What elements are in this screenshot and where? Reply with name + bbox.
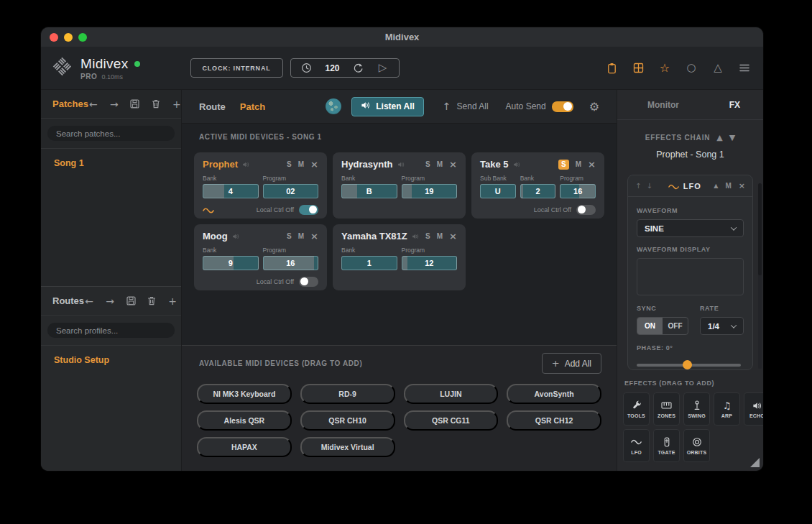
available-device-button[interactable]: Midivex Virtual bbox=[300, 437, 395, 457]
available-device-button[interactable]: HAPAX bbox=[197, 437, 292, 457]
available-device-button[interactable]: RD-9 bbox=[300, 384, 395, 404]
routes-add-icon[interactable]: + bbox=[167, 296, 177, 306]
tab-patch[interactable]: Patch bbox=[240, 101, 265, 112]
waveform-select[interactable]: SINE bbox=[637, 219, 744, 237]
sync-off-button[interactable]: OFF bbox=[663, 318, 688, 334]
resize-handle[interactable] bbox=[750, 458, 760, 467]
close-icon[interactable]: × bbox=[310, 160, 318, 169]
solo-button[interactable]: S bbox=[558, 160, 569, 170]
routes-forward-icon[interactable]: → bbox=[105, 296, 115, 306]
tempo-value[interactable]: 120 bbox=[326, 63, 340, 73]
close-icon[interactable]: × bbox=[310, 231, 318, 241]
collapse-icon[interactable]: ▲ bbox=[714, 183, 718, 189]
sidebar-item-route[interactable]: Studio Setup bbox=[41, 346, 181, 374]
field-value[interactable]: B bbox=[341, 184, 397, 198]
patches-forward-icon[interactable]: → bbox=[109, 99, 119, 109]
solo-button[interactable]: S bbox=[425, 233, 430, 240]
routes-delete-icon[interactable] bbox=[147, 296, 157, 306]
sidebar-item-patch[interactable]: Song 1 bbox=[41, 149, 181, 178]
field-value[interactable]: 16 bbox=[560, 184, 596, 198]
effect-tile-orbits[interactable]: ORBITS bbox=[683, 429, 710, 462]
available-device-button[interactable]: Alesis QSR bbox=[197, 410, 292, 431]
mute-button[interactable]: M bbox=[298, 233, 304, 240]
device-card[interactable]: ProphetSM×Bank4Program02Local Ctrl Off bbox=[194, 152, 327, 219]
move-down-icon[interactable]: ↓ bbox=[646, 182, 652, 190]
available-device-button[interactable]: AvonSynth bbox=[507, 384, 601, 404]
sync-on-button[interactable]: ON bbox=[637, 318, 663, 334]
effect-tile-echo[interactable]: ECHO bbox=[744, 392, 763, 426]
local-ctrl-toggle[interactable] bbox=[576, 205, 596, 215]
field-value[interactable]: 16 bbox=[263, 256, 319, 270]
solo-button[interactable]: S bbox=[425, 161, 430, 168]
gear-icon[interactable]: ⚙ bbox=[589, 100, 599, 114]
field-value[interactable]: 12 bbox=[402, 256, 458, 270]
circle-icon[interactable]: ○ bbox=[686, 63, 697, 74]
rate-select[interactable]: 1/4 bbox=[700, 317, 744, 335]
chain-up-icon[interactable]: ▲ bbox=[716, 134, 722, 142]
tab-route[interactable]: Route bbox=[199, 101, 226, 112]
routes-back-icon[interactable]: ← bbox=[84, 296, 94, 306]
clipboard-icon[interactable] bbox=[606, 63, 617, 74]
field-value[interactable]: 1 bbox=[341, 256, 397, 270]
available-device-button[interactable]: LUJIN bbox=[404, 384, 499, 404]
mute-button[interactable]: M bbox=[437, 233, 443, 240]
device-card[interactable]: Take 5SM×Sub BankUBank2Program16Local Ct… bbox=[471, 152, 604, 219]
effect-tile-zones[interactable]: ZONES bbox=[653, 392, 680, 426]
device-card[interactable]: Yamaha TX81ZSM×Bank1Program12 bbox=[333, 224, 466, 290]
warning-triangle-icon[interactable]: △ bbox=[712, 63, 724, 74]
patches-add-icon[interactable]: + bbox=[172, 99, 182, 109]
globe-icon[interactable] bbox=[326, 98, 341, 114]
send-all-button[interactable]: ↑ Send All bbox=[443, 101, 489, 112]
device-card[interactable]: HydrasynthSM×BankBProgram19 bbox=[333, 152, 466, 219]
lfo-close-icon[interactable]: × bbox=[739, 181, 745, 190]
grid-icon[interactable] bbox=[632, 63, 644, 74]
field-value[interactable]: 4 bbox=[203, 184, 259, 198]
phase-slider-knob[interactable] bbox=[683, 360, 692, 369]
patches-back-icon[interactable]: ← bbox=[88, 99, 98, 109]
phase-slider[interactable] bbox=[637, 360, 744, 369]
close-icon[interactable]: × bbox=[449, 231, 457, 241]
effect-tile-lfo[interactable]: LFO bbox=[623, 429, 650, 462]
mute-button[interactable]: M bbox=[576, 161, 581, 168]
patches-delete-icon[interactable] bbox=[151, 99, 161, 109]
effect-tile-tools[interactable]: TOOLS bbox=[623, 392, 650, 426]
tab-fx[interactable]: FX bbox=[729, 100, 740, 110]
mute-button[interactable]: M bbox=[298, 161, 304, 168]
field-value[interactable]: 19 bbox=[402, 184, 458, 198]
close-icon[interactable]: × bbox=[588, 160, 596, 169]
available-device-button[interactable]: QSR CG11 bbox=[404, 410, 499, 431]
routes-save-icon[interactable] bbox=[126, 296, 136, 306]
field-value[interactable]: 9 bbox=[203, 256, 259, 270]
field-value[interactable]: U bbox=[480, 184, 516, 198]
menu-icon[interactable] bbox=[739, 63, 750, 74]
effect-tile-arp[interactable]: ♫ARP bbox=[714, 392, 740, 426]
field-value[interactable]: 02 bbox=[263, 184, 319, 198]
field-value[interactable]: 2 bbox=[520, 184, 556, 198]
chain-down-icon[interactable]: ▼ bbox=[729, 134, 735, 142]
loop-icon[interactable] bbox=[353, 63, 364, 74]
routes-search-input[interactable] bbox=[47, 323, 175, 338]
tab-monitor[interactable]: Monitor bbox=[647, 100, 679, 110]
effect-tile-tgate[interactable]: TGATE bbox=[653, 429, 680, 462]
move-up-icon[interactable]: ↑ bbox=[635, 182, 641, 190]
close-icon[interactable]: × bbox=[449, 160, 457, 169]
available-device-button[interactable]: QSR CH12 bbox=[507, 410, 601, 431]
auto-send-toggle[interactable] bbox=[552, 101, 573, 112]
mute-button[interactable]: M bbox=[437, 161, 443, 168]
lfo-mute-button[interactable]: M bbox=[725, 182, 731, 190]
effect-tile-swing[interactable]: SWING bbox=[683, 392, 710, 426]
local-ctrl-toggle[interactable] bbox=[299, 277, 318, 287]
add-all-button[interactable]: + Add All bbox=[542, 353, 601, 374]
device-card[interactable]: MoogSM×Bank9Program16Local Ctrl Off bbox=[194, 224, 327, 290]
star-icon[interactable]: ☆ bbox=[659, 63, 670, 74]
available-device-button[interactable]: NI MK3 Keyboard bbox=[197, 384, 292, 404]
local-ctrl-toggle[interactable] bbox=[299, 205, 318, 215]
clock-source-button[interactable]: CLOCK: INTERNAL bbox=[190, 58, 283, 78]
listen-all-button[interactable]: Listen All bbox=[351, 97, 424, 116]
solo-button[interactable]: S bbox=[287, 233, 292, 240]
available-device-button[interactable]: QSR CH10 bbox=[300, 410, 395, 431]
play-icon[interactable]: ▷ bbox=[377, 63, 389, 74]
fx-scrollbar[interactable] bbox=[758, 183, 762, 369]
patches-save-icon[interactable] bbox=[130, 99, 140, 109]
solo-button[interactable]: S bbox=[287, 161, 292, 168]
